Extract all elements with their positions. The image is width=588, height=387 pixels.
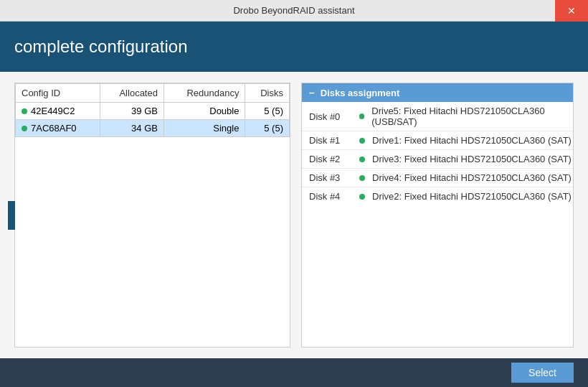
disk-assignment-panel: – Disks assignment Disk #0 Drive5: Fixed… (301, 83, 574, 348)
config-panel: Config ID Allocated Redundancy Disks 42E… (14, 83, 290, 348)
table-row[interactable]: 42E449C2 39 GB Double 5 (5) (16, 103, 290, 120)
disk-row: Disk #4 Drive2: Fixed Hitachi HDS721050C… (302, 187, 573, 205)
config-table: Config ID Allocated Redundancy Disks 42E… (15, 83, 290, 137)
col-header-redundancy: Redundancy (163, 84, 245, 103)
close-button[interactable]: ✕ (555, 0, 588, 22)
content-area: Config ID Allocated Redundancy Disks 42E… (0, 72, 588, 358)
config-id-cell: 42E449C2 (16, 103, 100, 120)
disk-list: Disk #0 Drive5: Fixed Hitachi HDS721050C… (302, 102, 573, 205)
table-row[interactable]: 7AC68AF0 34 GB Single 5 (5) (16, 120, 290, 137)
title-bar-text: Drobo BeyondRAID assistant (233, 5, 354, 16)
disk-row: Disk #3 Drive4: Fixed Hitachi HDS721050C… (302, 169, 573, 187)
disk-status-dot (359, 138, 365, 144)
disk-value: Drive5: Fixed Hitachi HDS721050CLA360 (U… (359, 106, 573, 127)
disk-status-dot (359, 113, 364, 119)
disk-label: Disk #0 (302, 111, 359, 122)
redundancy-cell: Double (163, 103, 245, 120)
col-header-disks: Disks (245, 84, 290, 103)
select-button[interactable]: Select (511, 363, 574, 383)
allocated-cell: 39 GB (100, 103, 164, 120)
disk-status-dot (359, 175, 365, 181)
disk-label: Disk #2 (302, 154, 359, 164)
disk-row: Disk #0 Drive5: Fixed Hitachi HDS721050C… (302, 102, 573, 131)
config-id-cell: 7AC68AF0 (16, 120, 100, 137)
disk-value: Drive3: Fixed Hitachi HDS721050CLA360 (S… (359, 154, 573, 164)
disk-assignment-title: Disks assignment (321, 88, 400, 98)
redundancy-cell: Single (163, 120, 245, 137)
col-header-id: Config ID (16, 84, 100, 103)
allocated-cell: 34 GB (100, 120, 164, 137)
disk-label: Disk #1 (302, 135, 359, 146)
disk-row: Disk #1 Drive1: Fixed Hitachi HDS721050C… (302, 131, 573, 150)
disk-status-dot (359, 157, 365, 162)
disk-label: Disk #3 (302, 172, 359, 183)
disks-cell: 5 (5) (245, 120, 290, 137)
col-header-allocated: Allocated (100, 84, 164, 103)
status-dot (22, 108, 27, 114)
collapse-icon[interactable]: – (309, 87, 315, 98)
disk-value: Drive2: Fixed Hitachi HDS721050CLA360 (S… (359, 191, 573, 202)
footer: Select (0, 358, 588, 387)
title-bar: Drobo BeyondRAID assistant ✕ (0, 0, 588, 22)
disk-status-dot (359, 194, 365, 200)
disk-assignment-header: – Disks assignment (302, 83, 573, 102)
disk-value: Drive4: Fixed Hitachi HDS721050CLA360 (S… (359, 172, 573, 183)
disk-row: Disk #2 Drive3: Fixed Hitachi HDS721050C… (302, 150, 573, 169)
disk-label: Disk #4 (302, 191, 359, 202)
side-indicator (8, 201, 15, 230)
status-dot (22, 126, 27, 131)
header: complete configuration (0, 22, 588, 72)
disks-cell: 5 (5) (245, 103, 290, 120)
disk-value: Drive1: Fixed Hitachi HDS721050CLA360 (S… (359, 135, 573, 146)
page-title: complete configuration (14, 37, 187, 57)
